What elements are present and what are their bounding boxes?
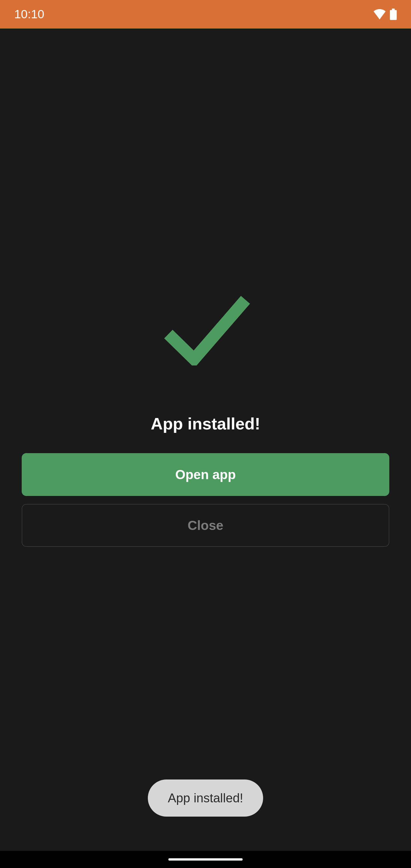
svg-rect-0 — [392, 8, 395, 10]
status-time: 10:10 — [14, 7, 44, 21]
toast-message: App installed! — [148, 779, 263, 816]
nav-handle[interactable] — [168, 858, 243, 861]
button-group: Open app Close — [0, 453, 411, 547]
status-bar: 10:10 — [0, 0, 411, 29]
content-area: App installed! Open app Close App instal… — [0, 29, 411, 851]
checkmark-icon — [157, 291, 254, 366]
close-button[interactable]: Close — [22, 504, 389, 547]
navigation-bar — [0, 851, 411, 868]
open-app-button[interactable]: Open app — [22, 453, 389, 496]
wifi-icon — [373, 9, 386, 20]
status-icons — [373, 8, 397, 20]
page-title: App installed! — [151, 414, 260, 433]
svg-rect-1 — [390, 10, 397, 20]
battery-icon — [390, 8, 397, 20]
